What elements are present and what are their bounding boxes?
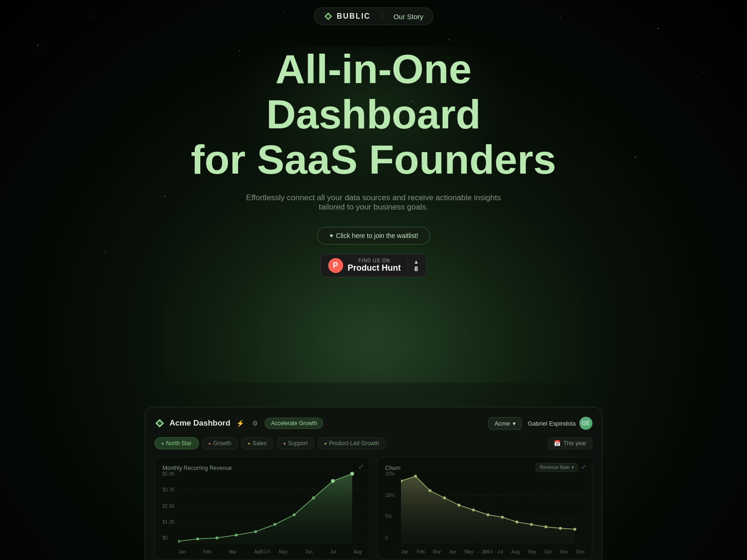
dash-logo-icon	[155, 418, 165, 428]
mrr-y1: $3.7K	[162, 487, 175, 492]
svg-point-26	[501, 516, 504, 518]
svg-point-28	[530, 523, 533, 526]
our-story-link[interactable]: Our Story	[394, 13, 423, 21]
vote-count: 8	[415, 265, 418, 273]
churn-chart-svg	[401, 471, 585, 544]
svg-point-20	[414, 475, 417, 477]
svg-point-22	[443, 497, 446, 499]
churn-y3: 0	[385, 535, 395, 540]
svg-point-27	[515, 520, 518, 523]
svg-point-25	[486, 513, 489, 516]
dashboard-header: Acme Dashbord ⚡ ⚙ Accelerate Growth Acme…	[155, 417, 592, 430]
hero-subtitle: Effortlessly connect all your data sourc…	[233, 193, 514, 212]
logo-text: BUBLIC	[337, 12, 370, 21]
svg-point-10	[293, 513, 296, 516]
churn-expand-icon[interactable]: ⤢	[581, 463, 586, 470]
product-hunt-badge[interactable]: P FIND US ON Product Hunt ▲ 8	[320, 254, 427, 277]
user-info: Gabriel Espindola GE	[528, 417, 592, 430]
svg-point-31	[573, 528, 576, 531]
filter-icon[interactable]: ⚡	[235, 418, 245, 428]
svg-point-30	[559, 527, 562, 530]
dashboard-container: Acme Dashbord ⚡ ⚙ Accelerate Growth Acme…	[145, 407, 602, 560]
dashboard-window: Acme Dashbord ⚡ ⚙ Accelerate Growth Acme…	[145, 407, 602, 560]
tab-north-star[interactable]: ● North Star	[155, 437, 199, 449]
navbar: BUBLIC Our Story	[0, 0, 747, 33]
navbar-pill: BUBLIC Our Story	[314, 7, 433, 25]
mrr-chart-title: Monthly Recurring Revenue	[162, 465, 362, 471]
churn-y2: 5%	[385, 514, 395, 519]
mrr-expand-icon[interactable]: ⤢	[358, 463, 364, 470]
dash-right-area: Acme ▾ Gabriel Espindola GE	[488, 417, 592, 430]
hero-section: All-in-One Dashboard for SaaS Founders E…	[0, 47, 747, 277]
tab-growth[interactable]: ● Growth	[202, 437, 239, 449]
svg-point-23	[458, 504, 460, 506]
tab-product-led-growth[interactable]: ● Product-Led Growth	[317, 437, 386, 449]
product-hunt-vote: ▲ 8	[408, 259, 419, 273]
churn-footer: ← 2024	[385, 549, 585, 554]
svg-point-29	[544, 525, 547, 528]
mrr-chart-card: Monthly Recurring Revenue ⤢ $5.0K $3.7K …	[155, 457, 370, 560]
svg-point-12	[331, 479, 335, 483]
waitlist-button[interactable]: ✦ Click here to join the waitlist!	[317, 227, 430, 245]
svg-point-13	[350, 472, 354, 476]
mrr-chart-svg	[178, 471, 362, 544]
svg-point-5	[196, 538, 199, 540]
product-hunt-icon: P	[328, 258, 343, 273]
svg-point-6	[216, 537, 218, 539]
hero-title-line2: for SaaS Founders	[191, 136, 556, 182]
tab-sales[interactable]: ● Sales	[241, 437, 274, 449]
settings-icon[interactable]: ⚙	[250, 418, 260, 428]
mrr-y4: $0	[162, 535, 175, 540]
dashboard-tabs: ● North Star ● Growth ● Sales ● Support …	[155, 437, 592, 449]
churn-chart-card: Churn Revenue Rate ▾ ⤢ 15% 10% 5% 0	[377, 457, 592, 560]
churn-y0: 15%	[385, 471, 395, 476]
churn-y1: 10%	[385, 493, 395, 498]
mrr-y3: $1.2K	[162, 519, 175, 525]
svg-point-11	[312, 497, 315, 499]
upvote-arrow: ▲	[414, 259, 419, 265]
find-us-label: FIND US ON	[348, 258, 401, 263]
svg-point-7	[235, 533, 238, 536]
churn-filter[interactable]: Revenue Rate ▾	[536, 463, 578, 472]
product-hunt-text: FIND US ON Product Hunt	[348, 258, 401, 273]
logo-icon	[324, 12, 333, 21]
mrr-y2: $2.5K	[162, 504, 175, 509]
hero-title-line1: All-in-One Dashboard	[266, 46, 481, 137]
dash-title: Acme Dashbord	[169, 419, 230, 428]
churn-y-axis: 15% 10% 5% 0	[385, 471, 395, 540]
svg-point-21	[429, 489, 431, 492]
charts-area: Monthly Recurring Revenue ⤢ $5.0K $3.7K …	[155, 457, 592, 560]
company-selector[interactable]: Acme ▾	[488, 417, 522, 430]
user-avatar: GE	[579, 417, 592, 430]
mrr-y0: $5.0K	[162, 471, 175, 476]
tab-support[interactable]: ● Support	[276, 437, 315, 449]
mrr-y-axis: $5.0K $3.7K $2.5K $1.2K $0	[162, 471, 175, 540]
svg-point-8	[254, 530, 257, 533]
accelerate-growth-badge: Accelerate Growth	[265, 418, 323, 429]
date-filter[interactable]: 📅 This year	[548, 437, 592, 449]
tabs-left: ● North Star ● Growth ● Sales ● Support …	[155, 437, 386, 449]
mrr-footer: ← 2024	[162, 549, 362, 554]
logo-area: BUBLIC	[324, 12, 370, 21]
hero-title: All-in-One Dashboard for SaaS Founders	[163, 47, 584, 182]
nav-divider	[382, 12, 382, 21]
product-hunt-name: Product Hunt	[348, 263, 401, 273]
dash-logo-area: Acme Dashbord ⚡ ⚙ Accelerate Growth	[155, 418, 323, 429]
svg-point-24	[472, 509, 475, 511]
